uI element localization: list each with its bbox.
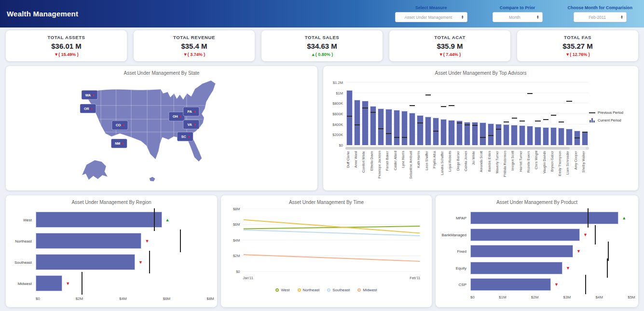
horizontal-scrollbar[interactable]: [345, 147, 589, 150]
advisor-bar[interactable]: [480, 122, 486, 145]
current-period-bar[interactable]: [36, 275, 62, 291]
legend-west[interactable]: West: [275, 288, 289, 292]
kpi-total-sales: TOTAL SALES $34.63 M ▲( 0.80% ): [261, 30, 383, 61]
state-marker-WA[interactable]: WA▼: [82, 90, 97, 99]
advisor-label: Farrah Baker: [385, 151, 392, 189]
scrollbar-thumb[interactable]: [345, 147, 570, 149]
top-advisors-plot: $0$200K$400K$600K$800K$1M$1.2M: [345, 82, 589, 145]
advisor-bar[interactable]: [488, 123, 494, 146]
state-marker-PA[interactable]: PA▼: [183, 107, 199, 116]
advisor-bar[interactable]: [409, 113, 415, 145]
advisor-bar[interactable]: [417, 115, 423, 145]
kpi-value: $35.9 M: [437, 42, 463, 50]
category-label: Northeast: [15, 239, 32, 243]
select-measure-dropdown[interactable]: Asset Under Management ▲▼: [395, 12, 467, 22]
previous-period-tick: [585, 275, 586, 294]
state-marker-OR[interactable]: OR▼: [80, 104, 96, 113]
svg-text:$4M: $4M: [233, 238, 240, 243]
current-period-bar[interactable]: [36, 233, 141, 249]
advisor-bar[interactable]: [495, 124, 502, 145]
legend-midwest[interactable]: Midwest: [357, 288, 377, 292]
trend-down-icon: ▼: [121, 142, 124, 145]
advisor-label: Calista Jones: [464, 151, 470, 189]
us-map[interactable]: WA▼OR▼CO▼NM▼OH▼PA▼VA▼SC▼: [48, 77, 275, 192]
advisor-bar[interactable]: [346, 90, 353, 145]
choose-month-dropdown[interactable]: Feb-2011 ▲▼: [574, 12, 627, 22]
current-period-bar[interactable]: [36, 212, 162, 228]
y-axis-tick: $800K: [332, 101, 343, 106]
current-period-bars-icon: [589, 118, 595, 122]
previous-period-tick: [595, 225, 596, 244]
current-period-bar[interactable]: [470, 262, 562, 274]
advisor-bar[interactable]: [543, 127, 549, 145]
top-advisors-card: Asset Under Management By Top Advisors $…: [323, 66, 638, 190]
advisor-bar[interactable]: [519, 125, 525, 145]
current-period-bar[interactable]: [470, 245, 573, 257]
state-marker-VA[interactable]: VA▼: [183, 120, 199, 129]
previous-period-tick: [370, 112, 376, 113]
previous-period-tick: [472, 125, 478, 126]
state-marker-NM[interactable]: NM▼: [111, 139, 127, 148]
compare-to-prior-control: Compare to Prior Month ▲▼: [493, 5, 543, 22]
advisor-bar[interactable]: [401, 111, 408, 146]
choose-month-value: Feb-2011: [577, 15, 618, 20]
time-chart-card: Asset Under Management By Time $0$2M$4M$…: [221, 195, 432, 307]
advisor-bar[interactable]: [511, 125, 517, 145]
advisor-bar[interactable]: [558, 128, 564, 145]
previous-period-tick: [575, 137, 580, 138]
bar-row-bankmanaged: BankManaged▼: [470, 229, 631, 241]
us-map-svg[interactable]: WA▼OR▼CO▼NM▼OH▼PA▼VA▼SC▼: [48, 77, 275, 190]
advisor-label: Bryson Gabor: [550, 151, 557, 189]
svg-text:SC: SC: [181, 135, 186, 139]
trend-down-icon: ▼: [178, 115, 181, 118]
category-label: Fixed: [457, 249, 466, 254]
y-axis-tick: $0: [339, 143, 343, 148]
trend-up-icon: ▲: [165, 217, 170, 222]
advisor-bar[interactable]: [440, 119, 447, 145]
kpi-delta: ▼( 3.74% ): [183, 52, 205, 57]
advisor-bar[interactable]: [425, 117, 431, 145]
svg-text:CO: CO: [116, 123, 121, 127]
advisor-bar[interactable]: [394, 110, 400, 145]
advisor-bar[interactable]: [503, 124, 509, 145]
compare-to-prior-dropdown[interactable]: Month ▲▼: [493, 12, 543, 22]
previous-period-tick: [465, 124, 470, 125]
advisor-bar[interactable]: [354, 100, 360, 145]
state-marker-SC[interactable]: SC▼: [177, 132, 193, 141]
advisor-label: Lyse Harris: [401, 151, 408, 189]
x-axis-tick: $4M: [119, 297, 127, 301]
advisor-label: Calder Allard: [394, 151, 400, 189]
advisor-bar[interactable]: [385, 109, 392, 145]
kpi-value: $34.63 M: [307, 42, 337, 50]
advisor-label: Liam Schroeder: [566, 151, 572, 189]
page-title: Wealth Management: [7, 10, 78, 18]
scrollbar-arrow[interactable]: [586, 147, 589, 149]
advisor-label: Leon Shaffer: [425, 151, 431, 189]
x-axis-tick: $6M: [163, 297, 171, 301]
choose-month-label: Choose Month for Comparision: [568, 5, 633, 10]
advisor-bar[interactable]: [448, 120, 454, 145]
legend-southeast[interactable]: Southeast: [327, 288, 350, 292]
current-period-bar[interactable]: [470, 278, 551, 291]
advisor-bar[interactable]: [582, 132, 588, 145]
advisor-bar[interactable]: [566, 129, 572, 145]
legend-northeast[interactable]: Northeast: [298, 288, 320, 292]
advisor-bar[interactable]: [534, 127, 541, 145]
svg-text:Jan'11: Jan'11: [243, 276, 253, 280]
chart-title: Asset Under Management By Product: [436, 195, 638, 205]
previous-period-tick: [488, 135, 493, 136]
advisor-bar[interactable]: [527, 126, 533, 145]
state-marker-CO[interactable]: CO▼: [112, 121, 128, 130]
chart-title: Asset Under Management By State: [6, 66, 317, 76]
current-period-bar[interactable]: [470, 212, 618, 224]
advisor-bar[interactable]: [550, 127, 557, 145]
previous-period-tick: [149, 251, 150, 273]
state-marker-OH[interactable]: OH▼: [169, 112, 185, 121]
select-measure-value: Asset Under Management: [398, 15, 459, 20]
advisor-bar[interactable]: [456, 121, 463, 145]
current-period-bar[interactable]: [36, 254, 135, 270]
current-period-bar[interactable]: [470, 229, 580, 241]
advisor-bar[interactable]: [464, 122, 470, 145]
advisor-bar[interactable]: [378, 108, 384, 145]
advisor-label: Ethella Davis: [370, 151, 376, 189]
